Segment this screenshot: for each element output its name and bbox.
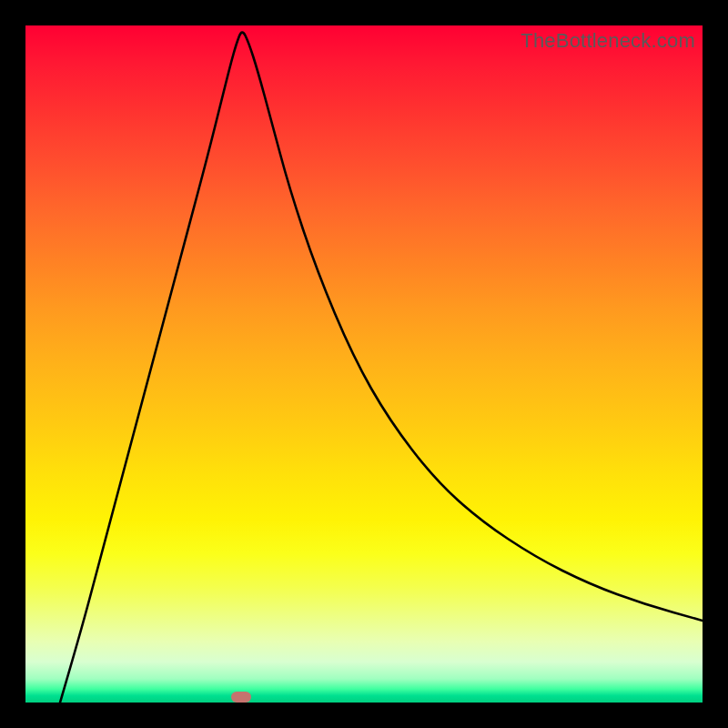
plot-area: TheBottleneck.com (25, 25, 703, 703)
bottleneck-curve (25, 25, 703, 703)
optimal-marker (231, 692, 251, 703)
chart-frame: TheBottleneck.com (0, 0, 728, 728)
